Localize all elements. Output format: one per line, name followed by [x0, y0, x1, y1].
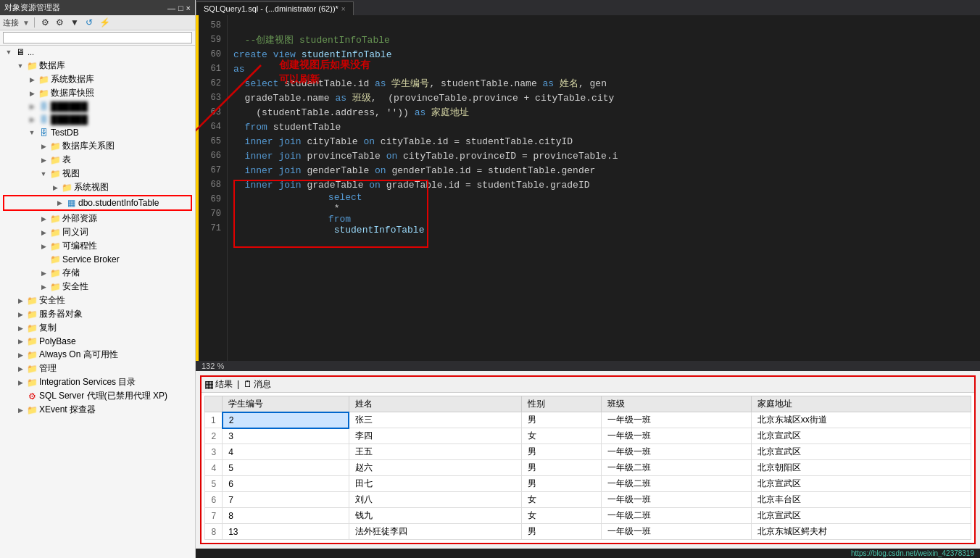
management-folder[interactable]: ▶ 📁 管理	[0, 362, 195, 375]
close-icon[interactable]: ×	[186, 4, 191, 12]
col-address: 家庭地址	[751, 396, 971, 412]
cell-rownum: 2	[205, 428, 223, 444]
cell-id: 2	[223, 412, 349, 428]
results-tab-active[interactable]: ▦ 结果	[204, 378, 233, 391]
dropdown-icon[interactable]: ▼	[22, 19, 30, 27]
code-line-70: select * from studentInfoTable	[233, 207, 974, 221]
tree-view: ▼ 🖥 ... ▼ 📁 数据库 ▶ 📁 系统数据库	[0, 46, 195, 558]
cell-id: 7	[223, 492, 349, 508]
cell-name: 王五	[349, 444, 522, 460]
results-panel: ▦ 结果 | 🗒 消息	[200, 375, 976, 545]
tab-close-btn[interactable]: ×	[341, 5, 346, 13]
system-views-folder[interactable]: ▶ 📁 系统视图	[0, 180, 195, 194]
agent-icon: ⚙	[26, 391, 38, 401]
view-item-highlight: ▶ ▦ dbo.studentInfoTable	[3, 195, 192, 211]
col-gender: 性别	[522, 396, 602, 412]
connect-label: 连接	[3, 17, 19, 28]
folder-icon: 📁	[26, 309, 38, 320]
cell-gender: 女	[522, 508, 602, 524]
synonyms-folder[interactable]: ▶ 📁 同义词	[0, 225, 195, 239]
line-numbers: 58 59 60 61 62 63 63 64 65 66 67 68 69 7…	[199, 15, 228, 361]
cell-gender: 男	[522, 412, 602, 428]
code-editor[interactable]: 58 59 60 61 62 63 63 64 65 66 67 68 69 7…	[196, 15, 980, 361]
sql-tab[interactable]: SQLQuery1.sql - (...dministrator (62))* …	[196, 1, 354, 15]
cell-grade: 一年级一班	[602, 524, 752, 540]
search-input[interactable]	[3, 32, 192, 43]
folder-icon: 📁	[26, 378, 38, 388]
db-item-2[interactable]: ▶ 🗄 ██████	[0, 113, 195, 126]
dropdown2-btn[interactable]: ▼	[68, 17, 81, 28]
security-folder-top[interactable]: ▶ 📁 安全性	[0, 293, 195, 307]
float-icon[interactable]: □	[178, 4, 183, 12]
databases-folder[interactable]: ▼ 📁 数据库	[0, 59, 195, 72]
select-highlight-box: select * from studentInfoTable	[233, 180, 428, 248]
db-icon: 🗄	[38, 101, 49, 112]
external-resources-folder[interactable]: ▶ 📁 外部资源	[0, 212, 195, 225]
cell-address: 北京宣武区	[751, 444, 971, 460]
db-item-1[interactable]: ▶ 🗄 ██████	[0, 100, 195, 113]
cell-id: 4	[223, 444, 349, 460]
results-table: 学生编号 姓名 性别 班级 家庭地址 12张三男一年级一班北京东城区xx街道23…	[204, 396, 971, 541]
tables-folder[interactable]: ▶ 📁 表	[0, 153, 195, 167]
folder-icon: 📁	[49, 254, 61, 265]
code-content: --创建视图 studentInfoTable create view stud…	[228, 15, 980, 361]
filter-btn[interactable]: ⚙	[39, 17, 51, 28]
cell-name: 田七	[349, 476, 522, 492]
db-icon: 🗄	[38, 114, 49, 125]
views-folder[interactable]: ▼ 📁 视图	[0, 167, 195, 180]
folder-icon: 📁	[49, 169, 61, 179]
cell-address: 北京宣武区	[751, 476, 971, 492]
code-line-64: from studentTable	[233, 120, 974, 134]
separator	[34, 17, 35, 28]
testdb-node[interactable]: ▼ 🗄 TestDB	[0, 126, 195, 139]
cell-address: 北京朝阳区	[751, 460, 971, 476]
table-row: 67刘八女一年级一班北京丰台区	[205, 492, 971, 508]
code-line-61: as	[233, 62, 974, 76]
xevent-folder[interactable]: ▶ 📁 XEvent 探查器	[0, 403, 195, 417]
filter2-btn[interactable]: ⚙	[54, 17, 66, 28]
col-student-id: 学生编号	[223, 396, 349, 412]
folder-icon: 📁	[61, 183, 72, 193]
db-diagram-folder[interactable]: ▶ 📁 数据库关系图	[0, 139, 195, 153]
messages-tab[interactable]: 🗒 消息	[244, 378, 271, 391]
storage-folder[interactable]: ▶ 📁 存储	[0, 266, 195, 280]
refresh-btn[interactable]: ↺	[83, 17, 95, 28]
security-folder-testdb[interactable]: ▶ 📁 安全性	[0, 280, 195, 293]
table-row: 23李四女一年级一班北京宣武区	[205, 428, 971, 444]
table-row: 56田七男一年级二班北京宣武区	[205, 476, 971, 492]
student-info-table-view[interactable]: ▶ ▦ dbo.studentInfoTable	[4, 196, 191, 209]
cell-rownum: 1	[205, 412, 223, 428]
db-snapshot-folder[interactable]: ▶ 📁 数据库快照	[0, 86, 195, 100]
integration-services-folder[interactable]: ▶ 📁 Integration Services 目录	[0, 375, 195, 389]
footer-link: https://blog.csdn.net/weixin_42378319	[196, 549, 980, 558]
alwayson-folder[interactable]: ▶ 📁 Always On 高可用性	[0, 348, 195, 362]
cell-grade: 一年级一班	[602, 444, 752, 460]
service-broker-folder[interactable]: 📁 Service Broker	[0, 253, 195, 266]
replication-folder[interactable]: ▶ 📁 复制	[0, 321, 195, 335]
pin-icon[interactable]: —	[167, 4, 175, 12]
col-rownum	[205, 396, 223, 412]
code-line-62: select studentTable.id as 学生编号 , student…	[233, 76, 974, 91]
cell-id: 6	[223, 476, 349, 492]
polybase-folder[interactable]: ▶ 📁 PolyBase	[0, 335, 195, 348]
cell-name: 李四	[349, 428, 522, 444]
folder-icon: 📁	[38, 88, 49, 99]
server-node[interactable]: ▼ 🖥 ...	[0, 46, 195, 59]
cell-rownum: 4	[205, 460, 223, 476]
server-objects-folder[interactable]: ▶ 📁 服务器对象	[0, 307, 195, 321]
code-line-65: inner join cityTable on cityTable.id = s…	[233, 134, 974, 149]
cell-grade: 一年级一班	[602, 492, 752, 508]
cell-gender: 女	[522, 492, 602, 508]
folder-icon: 📁	[26, 296, 38, 306]
sql-agent-node[interactable]: ⚙ SQL Server 代理(已禁用代理 XP)	[0, 389, 195, 403]
system-db-folder[interactable]: ▶ 📁 系统数据库	[0, 72, 195, 86]
folder-icon: 📁	[26, 350, 38, 360]
cell-id: 3	[223, 428, 349, 444]
programmability-folder[interactable]: ▶ 📁 可编程性	[0, 239, 195, 253]
code-line-66: inner join provinceTable on cityTable.pr…	[233, 149, 974, 163]
folder-icon: 📁	[49, 241, 61, 251]
table-row: 34王五男一年级一班北京宣武区	[205, 444, 971, 460]
cell-grade: 一年级二班	[602, 476, 752, 492]
code-line-67: inner join genderTable on genderTable.id…	[233, 163, 974, 178]
action-btn[interactable]: ⚡	[97, 17, 112, 28]
